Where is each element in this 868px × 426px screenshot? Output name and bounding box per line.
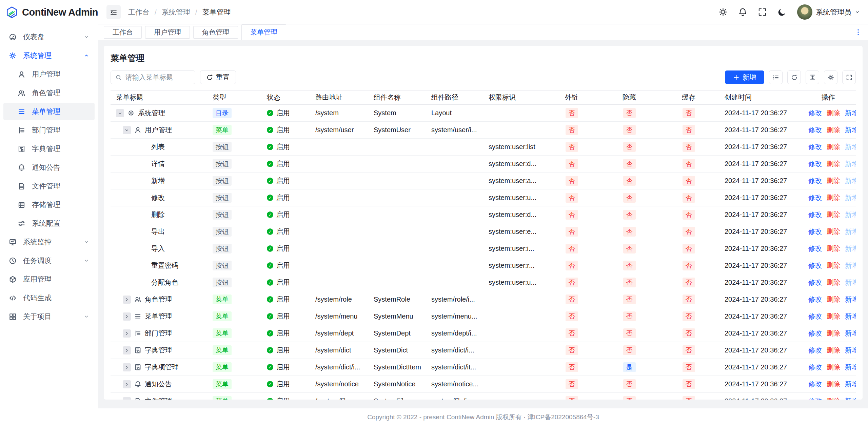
row-expander[interactable] (123, 126, 131, 134)
row-expander[interactable] (116, 109, 124, 117)
edit-link[interactable]: 修改 (808, 329, 822, 337)
row-expander[interactable] (123, 296, 131, 304)
logo[interactable]: ContiNew Admin (0, 0, 98, 24)
delete-link[interactable]: 删除 (827, 296, 840, 303)
edit-link[interactable]: 修改 (808, 397, 822, 400)
menu-title: 修改 (151, 193, 165, 202)
settings-button[interactable] (718, 7, 728, 17)
delete-link[interactable]: 删除 (827, 312, 840, 320)
delete-link[interactable]: 删除 (827, 397, 840, 400)
delete-link[interactable]: 删除 (827, 143, 840, 150)
add-link[interactable]: 新增 (845, 380, 856, 388)
tab-user[interactable]: 用户管理 (145, 26, 190, 39)
sidebar-item-dept[interactable]: 部门管理 (3, 122, 95, 139)
reset-button[interactable]: 重置 (200, 70, 236, 84)
refresh-button[interactable] (787, 70, 801, 84)
row-expander[interactable] (123, 329, 131, 338)
tab-more-button[interactable] (854, 26, 866, 38)
add-link[interactable]: 新增 (845, 346, 856, 354)
add-link[interactable]: 新增 (845, 397, 856, 400)
edit-link[interactable]: 修改 (808, 363, 822, 371)
delete-link[interactable]: 删除 (827, 380, 840, 388)
edit-link[interactable]: 修改 (808, 296, 822, 303)
search-input[interactable] (125, 73, 191, 82)
user-icon (18, 70, 25, 78)
sidebar-item-config[interactable]: 系统配置 (3, 215, 95, 232)
tab-role[interactable]: 角色管理 (193, 26, 238, 39)
breadcrumb-item[interactable]: 工作台 (128, 7, 150, 17)
sidebar-item-notice[interactable]: 通知公告 (3, 159, 95, 176)
sidebar-item-dict[interactable]: 字典管理 (3, 140, 95, 157)
sidebar-item-app-manage[interactable]: 应用管理 (3, 271, 95, 288)
edit-link[interactable]: 修改 (808, 177, 822, 184)
sidebar-item-storage[interactable]: 存储管理 (3, 196, 95, 213)
add-link[interactable]: 新增 (845, 296, 856, 303)
tab-menu[interactable]: 菜单管理 (241, 24, 286, 40)
delete-link[interactable]: 删除 (827, 279, 840, 286)
delete-link[interactable]: 删除 (827, 245, 840, 252)
edit-link[interactable]: 修改 (808, 245, 822, 252)
delete-link[interactable]: 删除 (827, 329, 840, 337)
breadcrumb-item[interactable]: 系统管理 (162, 7, 190, 17)
edit-link[interactable]: 修改 (808, 279, 822, 286)
edit-link[interactable]: 修改 (808, 211, 822, 218)
row-expander[interactable] (123, 363, 131, 371)
sidebar-item-user[interactable]: 用户管理 (3, 66, 95, 83)
breadcrumb-item[interactable]: 菜单管理 (202, 7, 231, 17)
add-button[interactable]: 新增 (725, 70, 764, 84)
delete-link[interactable]: 删除 (827, 194, 840, 201)
sidebar-item-menu[interactable]: 菜单管理 (3, 103, 95, 120)
edit-link[interactable]: 修改 (808, 262, 822, 269)
column-settings-button[interactable] (824, 70, 837, 84)
delete-link[interactable]: 删除 (827, 363, 840, 371)
sidebar-item-file[interactable]: 文件管理 (3, 178, 95, 195)
user-menu[interactable]: 系统管理员 (797, 4, 860, 20)
collapse-sidebar-button[interactable] (106, 5, 121, 19)
edit-link[interactable]: 修改 (808, 126, 822, 134)
edit-link[interactable]: 修改 (808, 346, 822, 354)
file-icon (18, 182, 25, 190)
edit-link[interactable]: 修改 (808, 228, 822, 235)
cache-badge: 否 (683, 227, 695, 237)
row-expander[interactable] (123, 380, 131, 388)
edit-link[interactable]: 修改 (808, 109, 822, 117)
sidebar-item-system[interactable]: 系统管理 (3, 47, 95, 64)
edit-link[interactable]: 修改 (808, 312, 822, 320)
fullscreen-button[interactable] (758, 7, 767, 17)
edit-link[interactable]: 修改 (808, 160, 822, 167)
sidebar-item-about[interactable]: 关于项目 (3, 308, 95, 325)
add-link[interactable]: 新增 (845, 126, 856, 134)
delete-link[interactable]: 删除 (827, 126, 840, 134)
table-fullscreen-button[interactable] (842, 70, 856, 84)
status-badge: ✓启用 (267, 176, 290, 185)
add-link[interactable]: 新增 (845, 109, 856, 117)
sidebar-item-role[interactable]: 角色管理 (3, 84, 95, 101)
delete-link[interactable]: 删除 (827, 160, 840, 167)
row-height-button[interactable] (806, 70, 819, 84)
row-expander[interactable] (123, 346, 131, 354)
sidebar-item-dashboard[interactable]: 仪表盘 (3, 28, 95, 45)
plus-icon (733, 74, 739, 81)
add-link[interactable]: 新增 (845, 329, 856, 337)
row-expander[interactable] (123, 397, 131, 400)
delete-link[interactable]: 删除 (827, 109, 840, 117)
notifications-button[interactable] (738, 7, 747, 17)
sidebar-item-code-gen[interactable]: 代码生成 (3, 289, 95, 306)
sidebar-item-schedule[interactable]: 任务调度 (3, 252, 95, 269)
add-link[interactable]: 新增 (845, 312, 856, 320)
add-link[interactable]: 新增 (845, 363, 856, 371)
edit-link[interactable]: 修改 (808, 380, 822, 388)
row-expander[interactable] (123, 312, 131, 321)
theme-toggle-button[interactable] (777, 7, 787, 17)
edit-link[interactable]: 修改 (808, 194, 822, 201)
tab-workbench[interactable]: 工作台 (104, 26, 142, 39)
delete-link[interactable]: 删除 (827, 177, 840, 184)
delete-link[interactable]: 删除 (827, 228, 840, 235)
delete-link[interactable]: 删除 (827, 262, 840, 269)
sidebar-item-monitor[interactable]: 系统监控 (3, 234, 95, 250)
delete-link[interactable]: 删除 (827, 346, 840, 354)
delete-link[interactable]: 删除 (827, 211, 840, 218)
logo-icon (6, 6, 18, 19)
edit-link[interactable]: 修改 (808, 143, 822, 150)
list-view-button[interactable] (769, 70, 783, 84)
